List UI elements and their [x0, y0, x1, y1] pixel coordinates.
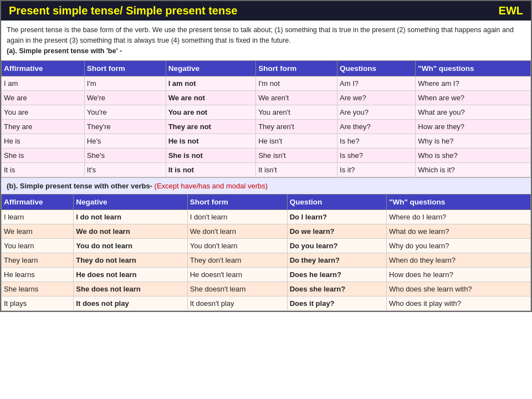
b-col-wh-questions: "Wh" questions	[387, 195, 531, 210]
cell-b-wh: Who does she learn with?	[387, 282, 531, 296]
cell-b-question: Does he learn?	[287, 268, 386, 282]
table-row: It is It's It is not It isn't Is it? Whi…	[2, 163, 531, 177]
cell-b-short: It doesn't play	[187, 296, 287, 311]
section-b-note: (Except have/has and modal verbs)	[152, 182, 268, 190]
cell-b-question: Does it play?	[287, 296, 386, 311]
cell-negative: He is not	[166, 134, 256, 149]
cell-b-question: Do I learn?	[287, 210, 386, 224]
cell-b-wh: Where do I learn?	[387, 210, 531, 224]
table-row: He learns He does not learn He doesn't l…	[2, 268, 531, 282]
table-row: She learns She does not learn She doesn'…	[2, 282, 531, 296]
table-row: You are You're You are not You aren't Ar…	[2, 105, 531, 120]
cell-neg-short: It isn't	[256, 163, 337, 177]
cell-b-short: She doesn't learn	[187, 282, 287, 296]
col-questions: Questions	[337, 61, 416, 76]
cell-wh: Where am I?	[416, 76, 531, 91]
cell-neg-short: You aren't	[256, 105, 337, 120]
cell-b-affirmative: They learn	[2, 253, 74, 268]
cell-b-negative: They do not learn	[74, 253, 187, 268]
b-col-short-form: Short form	[187, 195, 287, 210]
cell-b-negative: She does not learn	[74, 282, 187, 296]
cell-b-short: We don't learn	[187, 224, 287, 239]
cell-b-wh: Why do you learn?	[387, 239, 531, 253]
cell-b-question: Does she learn?	[287, 282, 386, 296]
table-row: We are We're We are not We aren't Are we…	[2, 91, 531, 105]
cell-b-affirmative: It plays	[2, 296, 74, 311]
table-row: I learn I do not learn I don't learn Do …	[2, 210, 531, 224]
cell-question: Am I?	[337, 76, 416, 91]
col-negative: Negative	[166, 61, 256, 76]
cell-negative: I am not	[166, 76, 256, 91]
section-b-label: (b). Simple present tense with other ver…	[7, 182, 152, 190]
cell-wh: What are you?	[416, 105, 531, 120]
cell-b-short: They don't learn	[187, 253, 287, 268]
cell-affirmative: You are	[2, 105, 85, 120]
cell-affirmative: It is	[2, 163, 85, 177]
section-b-body: I learn I do not learn I don't learn Do …	[2, 210, 531, 311]
cell-wh: When are we?	[416, 91, 531, 105]
brand-label: EWL	[499, 4, 523, 17]
cell-b-negative: You do not learn	[74, 239, 187, 253]
section-b-table: Affirmative Negative Short form Question…	[1, 194, 531, 311]
cell-question: Are you?	[337, 105, 416, 120]
cell-b-negative: He does not learn	[74, 268, 187, 282]
cell-short-form: He's	[84, 134, 166, 149]
main-container: Present simple tense/ Simple present ten…	[0, 0, 532, 312]
cell-b-wh: How does he learn?	[387, 268, 531, 282]
cell-b-negative: I do not learn	[74, 210, 187, 224]
cell-negative: You are not	[166, 105, 256, 120]
cell-affirmative: She is	[2, 149, 85, 163]
cell-b-affirmative: I learn	[2, 210, 74, 224]
title-bar: Present simple tense/ Simple present ten…	[1, 1, 531, 21]
section-a-heading: (a). Simple present tense with 'be' -	[7, 47, 122, 55]
cell-b-affirmative: We learn	[2, 224, 74, 239]
cell-neg-short: I'm not	[256, 76, 337, 91]
table-row: They learn They do not learn They don't …	[2, 253, 531, 268]
section-a-table: Affirmative Short form Negative Short fo…	[1, 60, 531, 177]
cell-neg-short: They aren't	[256, 120, 337, 134]
cell-wh: How are they?	[416, 120, 531, 134]
col-wh-questions: "Wh" questions	[416, 61, 531, 76]
table-row: You learn You do not learn You don't lea…	[2, 239, 531, 253]
cell-b-short: You don't learn	[187, 239, 287, 253]
cell-question: Is it?	[337, 163, 416, 177]
cell-short-form: It's	[84, 163, 166, 177]
cell-b-short: I don't learn	[187, 210, 287, 224]
cell-wh: Who is she?	[416, 149, 531, 163]
cell-short-form: I'm	[84, 76, 166, 91]
cell-question: Is he?	[337, 134, 416, 149]
cell-neg-short: He isn't	[256, 134, 337, 149]
cell-short-form: They're	[84, 120, 166, 134]
cell-b-affirmative: You learn	[2, 239, 74, 253]
cell-b-question: Do we learn?	[287, 224, 386, 239]
cell-affirmative: We are	[2, 91, 85, 105]
col-short-form-1: Short form	[84, 61, 166, 76]
table-row: It plays It does not play It doesn't pla…	[2, 296, 531, 311]
cell-b-question: Do you learn?	[287, 239, 386, 253]
cell-affirmative: He is	[2, 134, 85, 149]
section-a-body: I am I'm I am not I'm not Am I? Where am…	[2, 76, 531, 177]
intro-text: The present tense is the base form of th…	[7, 26, 514, 44]
cell-b-affirmative: She learns	[2, 282, 74, 296]
cell-b-negative: We do not learn	[74, 224, 187, 239]
cell-b-wh: When do they learn?	[387, 253, 531, 268]
cell-negative: They are not	[166, 120, 256, 134]
cell-affirmative: They are	[2, 120, 85, 134]
main-title: Present simple tense/ Simple present ten…	[9, 4, 237, 17]
cell-negative: We are not	[166, 91, 256, 105]
cell-affirmative: I am	[2, 76, 85, 91]
cell-question: Are they?	[337, 120, 416, 134]
section-a-header-row: Affirmative Short form Negative Short fo…	[2, 61, 531, 76]
col-short-form-2: Short form	[256, 61, 337, 76]
cell-short-form: You're	[84, 105, 166, 120]
cell-question: Are we?	[337, 91, 416, 105]
table-row: I am I'm I am not I'm not Am I? Where am…	[2, 76, 531, 91]
b-col-negative: Negative	[74, 195, 187, 210]
intro-section: The present tense is the base form of th…	[1, 21, 531, 60]
cell-b-wh: What do we learn?	[387, 224, 531, 239]
cell-b-affirmative: He learns	[2, 268, 74, 282]
cell-wh: Why is he?	[416, 134, 531, 149]
table-row: They are They're They are not They aren'…	[2, 120, 531, 134]
cell-b-negative: It does not play	[74, 296, 187, 311]
cell-short-form: She's	[84, 149, 166, 163]
